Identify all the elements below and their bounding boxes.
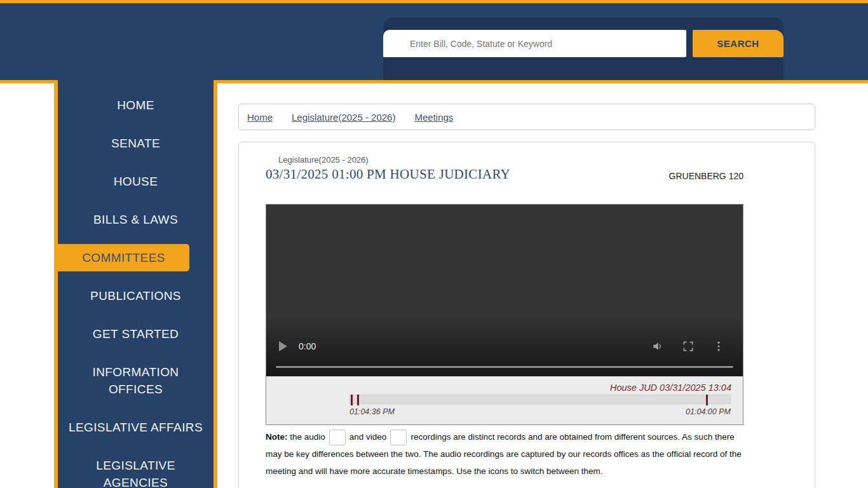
timeline-end-time: 01:04:00 PM [686,407,731,416]
search-panel: SEARCH [383,18,783,80]
sidebar-item-legislative-affairs[interactable]: LEGISLATIVE AFFAIRS [58,414,214,441]
more-options-icon[interactable] [712,340,725,353]
breadcrumb-legislature-link[interactable]: Legislature(2025 - 2026) [292,112,395,123]
video-player[interactable]: 0:00 [266,205,743,376]
sidebar-item-legislative-agencies[interactable]: LEGISLATIVE AGENCIES [58,452,214,488]
meeting-card: Legislature(2025 - 2026) 03/31/2025 01:0… [238,142,815,488]
sidebar-item-publications[interactable]: PUBLICATIONS [58,282,214,309]
audio-switch-icon[interactable] [329,430,346,445]
search-button[interactable]: SEARCH [693,30,783,57]
video-current-time: 0:00 [299,341,316,351]
sidebar-item-bills-laws[interactable]: BILLS & LAWS [58,206,214,233]
sidebar-item-house[interactable]: HOUSE [58,168,214,195]
sidebar-item-get-started[interactable]: GET STARTED [58,320,214,348]
note-text-video: and video [349,432,387,442]
note-text-audio: the audio [290,432,325,442]
search-input[interactable] [383,30,686,57]
video-controls-bar: 0:00 [266,337,743,356]
timeline-tick [357,395,359,405]
page-title: 03/31/2025 01:00 PM HOUSE JUDICIARY [266,166,510,182]
sidebar-item-senate[interactable]: SENATE [58,130,214,157]
sidebar-item-committees[interactable]: COMMITTEES [58,244,189,271]
timeline-bar[interactable] [349,395,731,404]
audio-timeline-panel: House JUD 03/31/2025 13:04 01:04:36 PM 0… [266,376,743,424]
fullscreen-icon[interactable] [682,340,695,353]
timeline-start-time: 01:04:36 PM [349,407,395,416]
play-icon[interactable] [279,341,287,351]
media-box: 0:00 [266,204,743,425]
legislature-eyebrow: Legislature(2025 - 2026) [278,155,815,165]
breadcrumb-home-link[interactable]: Home [247,112,273,123]
timeline-tick [351,395,353,405]
video-switch-icon[interactable] [390,430,407,445]
main-content: Home Legislature(2025 - 2026) Meetings L… [217,83,868,488]
sidebar-item-information-offices[interactable]: INFORMATION OFFICES [58,358,214,403]
recordings-note: Note: the audioand videorecordings are d… [266,428,743,480]
meeting-location: GRUENBERG 120 [669,171,743,182]
timeline-tick [706,395,708,405]
timeline-caption: House JUD 03/31/2025 13:04 [610,383,731,393]
sidebar-item-home[interactable]: HOME [58,92,214,119]
breadcrumb: Home Legislature(2025 - 2026) Meetings [238,104,815,130]
note-label: Note: [266,432,288,442]
site-header: SEARCH [0,0,868,83]
volume-icon[interactable] [651,340,664,353]
video-seek-bar[interactable] [276,366,733,368]
breadcrumb-meetings-link[interactable]: Meetings [414,112,453,123]
sidebar-nav: HOME SENATE HOUSE BILLS & LAWS COMMITTEE… [54,80,217,488]
